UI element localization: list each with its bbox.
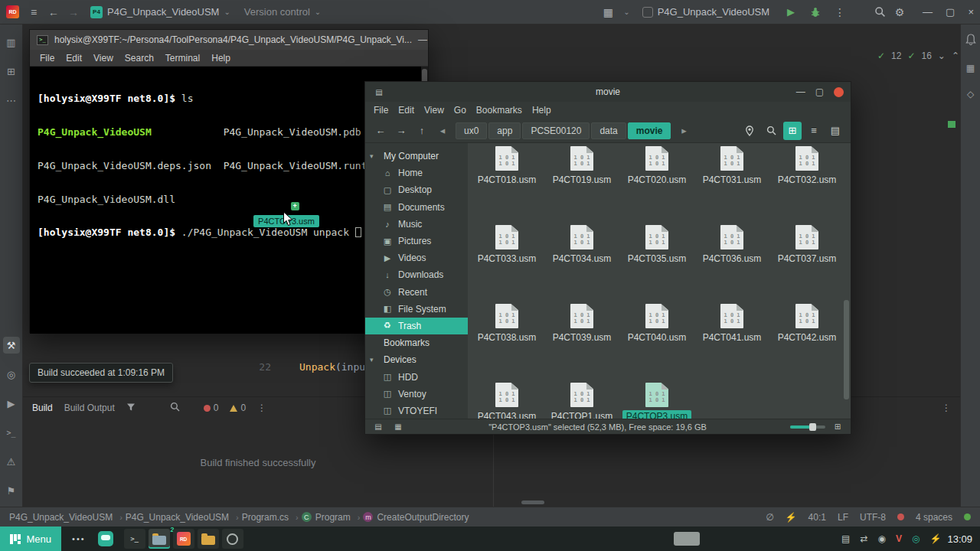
vcs-widget[interactable]: Version control ⌄ (238, 4, 327, 20)
file-tile[interactable]: P4CT031.usm (694, 145, 769, 223)
menu-item[interactable]: Help (532, 105, 551, 116)
run-button[interactable]: ▶ (782, 3, 800, 21)
menu-item[interactable]: File (374, 105, 388, 116)
tab-build[interactable]: Build (32, 403, 53, 413)
tab-build-output[interactable]: Build Output (64, 403, 115, 413)
sidebar-item[interactable]: ▾ ◫ VTOYEFI (365, 403, 468, 419)
file-tile[interactable]: P4CT036.usm (694, 223, 769, 302)
file-tile[interactable]: P4CTOP1.usm (544, 381, 619, 419)
file-tile[interactable]: P4CT018.usm (469, 145, 544, 223)
console-hscrollbar[interactable] (521, 500, 544, 504)
chevron-down-icon[interactable]: ⌄ (623, 8, 629, 16)
file-list-scrollbar[interactable] (844, 300, 849, 399)
menu-item[interactable]: File (40, 53, 54, 64)
file-tile[interactable]: P4CT034.usm (544, 223, 619, 302)
menu-item[interactable]: Bookmarks (476, 105, 522, 116)
menu-item[interactable]: Edit (398, 105, 414, 116)
breadcrumb-folder[interactable]: data (591, 122, 626, 139)
search-everywhere-button[interactable] (871, 3, 889, 21)
close-button[interactable] (834, 87, 844, 97)
statusbar-breadcrumb[interactable]: Program.cs › (242, 512, 302, 523)
sidebar-item[interactable]: ▾ ▣ Pictures (365, 233, 468, 249)
zoom-handle[interactable] (809, 423, 816, 431)
next-problem-icon[interactable]: ⌄ (938, 51, 946, 61)
file-tile[interactable]: P4CT043.usm (469, 381, 544, 419)
more-tools-icon[interactable]: ⋯ (3, 92, 20, 109)
file-tile[interactable]: P4CT042.usm (769, 302, 844, 381)
warning-counter[interactable]: 0 (230, 403, 246, 413)
statusbar-breadcrumb[interactable]: m CreateOutputDirectory › (363, 512, 469, 523)
notification-status-icon[interactable] (897, 514, 904, 520)
expander-icon[interactable]: ▾ (370, 152, 378, 160)
filter-icon[interactable] (126, 403, 136, 414)
file-tile[interactable]: P4CT041.usm (694, 302, 769, 381)
error-counter[interactable]: 0 (204, 403, 219, 413)
file-tile[interactable]: P4CT039.usm (544, 302, 619, 381)
run-tool-icon[interactable]: ▶ (3, 395, 20, 412)
file-tile[interactable]: P4CT020.usm (619, 145, 694, 223)
taskbar-file-manager-button[interactable]: 2 (149, 529, 170, 549)
file-encoding[interactable]: UTF-8 (860, 512, 886, 523)
statusbar-breadcrumb[interactable]: P4G_Unpack_VideoUSM › (9, 512, 126, 523)
workspace-pager[interactable] (674, 532, 700, 546)
view-compact-icon[interactable]: ▤ (826, 122, 844, 140)
line-separator[interactable]: LF (838, 512, 848, 523)
minimize-button[interactable]: — (923, 6, 933, 18)
sidebar-item[interactable]: ▾ Devices (365, 351, 468, 368)
nav-forward-icon[interactable]: → (64, 3, 83, 21)
breadcrumb-folder[interactable]: ux0 (456, 122, 487, 139)
bookmarks-tool-icon[interactable]: ⚑ (3, 482, 20, 499)
file-tile[interactable]: P4CT037.usm (769, 223, 844, 302)
prev-problem-icon[interactable]: ⌃ (952, 51, 959, 61)
sidebar-item[interactable]: ▾ ◧ File System (365, 301, 468, 318)
crumb-scroll-left-icon[interactable]: ◂ (433, 122, 452, 140)
tray-icon[interactable]: V (896, 533, 902, 544)
search-icon[interactable] (762, 122, 780, 140)
sidebar-item[interactable]: ▾ ♪ Music (365, 216, 468, 233)
file-tile[interactable]: P4CT032.usm (769, 145, 844, 223)
side-pane-toggle-icon[interactable]: ▤ (371, 421, 385, 432)
sidebar-item[interactable]: ▾ ⌂ Home (365, 165, 468, 181)
view-grid-icon[interactable]: ⊞ (783, 122, 802, 140)
caret-position[interactable]: 40:1 (808, 512, 826, 523)
taskbar-app-button[interactable] (222, 529, 243, 549)
breadcrumb-folder[interactable]: movie (628, 122, 671, 139)
menu-item[interactable]: View (424, 105, 444, 116)
project-selector[interactable]: P4 P4G_Unpack_VideoUSM ⌄ (84, 4, 237, 21)
close-button[interactable]: × (968, 6, 974, 18)
tree-pane-toggle-icon[interactable]: ▦ (391, 421, 405, 432)
sidebar-item[interactable]: ▾ ▢ Desktop (365, 181, 468, 198)
settings-gear-icon[interactable]: ⚙ (890, 3, 909, 21)
run-target-icon[interactable]: ▦ (599, 3, 617, 21)
menu-item[interactable]: Help (211, 53, 230, 64)
debug-button[interactable] (806, 3, 825, 21)
project-tool-icon[interactable]: ▥ (3, 34, 20, 51)
workspace-switcher-icon[interactable]: ••• (64, 534, 93, 543)
sidebar-item[interactable]: ▾ ↓ Downloads (365, 266, 468, 283)
statusbar-breadcrumb[interactable]: C Program › (302, 512, 364, 523)
sidebar-item[interactable]: ▾ ◫ HDD (365, 368, 468, 385)
up-icon[interactable]: ↑ (413, 122, 431, 140)
panel-options-icon[interactable]: ⋮ (257, 403, 266, 413)
build-tool-icon[interactable]: ⚒ (3, 337, 20, 354)
start-menu-button[interactable]: Menu (0, 527, 61, 551)
sidebar-item[interactable]: ▾ ◫ Ventoy (365, 386, 468, 403)
search-output-icon[interactable] (170, 402, 180, 414)
sidebar-item[interactable]: ▾ ▤ Documents (365, 199, 468, 216)
file-list-pane[interactable]: P4CT018.usm P4CT019.usm P4CT020.usm (468, 143, 851, 419)
file-manager-titlebar[interactable]: ▤ movie — ▢ (365, 82, 851, 102)
services-tool-icon[interactable]: ◎ (3, 366, 20, 383)
taskbar-terminal-button[interactable]: >_ (124, 529, 145, 549)
taskbar-files-button[interactable] (198, 529, 219, 549)
menu-item[interactable]: View (93, 53, 113, 64)
no-errors-icon[interactable]: ∅ (766, 512, 773, 523)
breadcrumb-folder[interactable]: app (488, 122, 521, 139)
sidebar-item[interactable]: ▾ ♻ Trash (365, 318, 468, 334)
structure-tool-icon[interactable]: ⊞ (3, 63, 20, 80)
problems-tool-icon[interactable]: ⚠ (3, 453, 20, 470)
maximize-button[interactable]: ▢ (815, 86, 824, 97)
sidebar-item[interactable]: ▾ ▶ Videos (365, 249, 468, 266)
messages-tray-icon[interactable] (98, 531, 113, 546)
tray-icon[interactable]: ▤ (841, 533, 850, 544)
taskbar-rider-button[interactable]: RD (173, 529, 194, 549)
